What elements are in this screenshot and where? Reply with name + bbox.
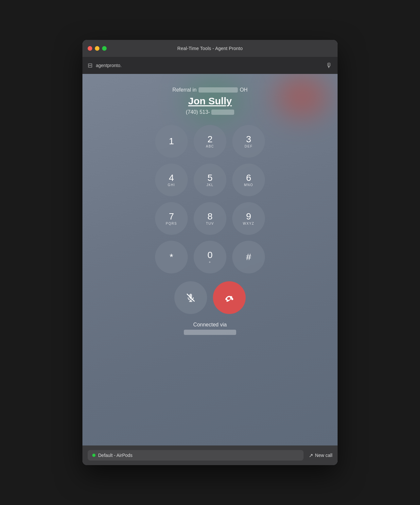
connected-via-section: Connected via <box>184 322 236 335</box>
dialpad-key-6-sub: MNO <box>244 183 253 187</box>
dialpad-key-3-sub: DEF <box>245 145 253 148</box>
dialpad-key-0-num: 0 <box>207 251 213 260</box>
dialpad-key-9-sub: WXYZ <box>243 222 254 225</box>
new-call-label: New call <box>315 453 332 458</box>
dialpad-key-0-sub: + <box>209 260 211 264</box>
audio-device-selector[interactable]: Default - AirPods <box>88 450 304 461</box>
dialpad-key-6[interactable]: 6MNO <box>232 164 265 196</box>
dialpad-key-3[interactable]: 3DEF <box>232 125 265 158</box>
dialpad-key-9-num: 9 <box>246 212 251 221</box>
address-bar: ⊟ agentpronto. 🎙 <box>82 57 338 74</box>
new-call-button[interactable]: ↗ New call <box>309 452 332 459</box>
main-content: Referral in OH Jon Sully (740) 513- 12AB… <box>82 74 338 445</box>
close-button[interactable] <box>88 46 92 51</box>
dialpad-key-6-num: 6 <box>246 173 251 183</box>
dialpad-key-2[interactable]: 2ABC <box>194 125 226 158</box>
audio-device-name: Default - AirPods <box>98 453 132 458</box>
dialpad-key-1[interactable]: 1 <box>155 125 188 158</box>
phone-prefix: (740) 513- <box>186 109 210 115</box>
dialpad-key-#-num: # <box>246 252 251 262</box>
audio-status-indicator <box>92 454 96 457</box>
dialpad: 12ABC3DEF4GHI5JKL6MNO7PQRS8TUV9WXYZ*0+# <box>155 125 265 273</box>
referral-line: Referral in OH <box>172 87 248 93</box>
dialpad-key-1-num: 1 <box>169 137 174 146</box>
dialpad-key-7[interactable]: 7PQRS <box>155 202 188 235</box>
mute-button[interactable] <box>174 281 207 314</box>
connected-via-value-redacted <box>184 330 236 335</box>
dialpad-key-#[interactable]: # <box>232 241 265 273</box>
dialpad-key-2-sub: ABC <box>206 145 214 148</box>
dialpad-key-5[interactable]: 5JKL <box>194 164 226 196</box>
dialpad-key-8[interactable]: 8TUV <box>194 202 226 235</box>
url-display[interactable]: agentpronto. <box>96 63 323 68</box>
connected-via-label: Connected via <box>184 322 236 328</box>
action-row <box>174 281 246 314</box>
dialpad-key-0[interactable]: 0+ <box>194 241 226 273</box>
contact-info: Referral in OH Jon Sully (740) 513- <box>172 87 248 115</box>
dialpad-key-*[interactable]: * <box>155 241 188 273</box>
contact-phone: (740) 513- <box>172 109 248 115</box>
microphone-icon[interactable]: 🎙 <box>326 62 332 69</box>
dialpad-key-*-num: * <box>170 252 173 262</box>
dialpad-key-8-num: 8 <box>207 212 213 221</box>
window-title: Real-Time Tools - Agent Pronto <box>177 46 243 51</box>
address-bar-icon: ⊟ <box>88 62 93 69</box>
referral-prefix: Referral in <box>172 87 197 93</box>
title-bar: Real-Time Tools - Agent Pronto <box>82 40 338 57</box>
contact-name[interactable]: Jon Sully <box>172 96 248 107</box>
dialpad-key-4-sub: GHI <box>168 183 175 187</box>
dialpad-key-9[interactable]: 9WXYZ <box>232 202 265 235</box>
dialpad-key-5-sub: JKL <box>206 183 214 187</box>
new-call-icon: ↗ <box>309 452 313 459</box>
referral-city-redacted <box>199 87 238 93</box>
app-window: Real-Time Tools - Agent Pronto ⊟ agentpr… <box>82 40 338 465</box>
dialpad-key-4[interactable]: 4GHI <box>155 164 188 196</box>
referral-state: OH <box>240 87 248 93</box>
background-blob-red <box>275 76 328 118</box>
maximize-button[interactable] <box>102 46 107 51</box>
dialpad-key-5-num: 5 <box>207 173 213 183</box>
dialpad-key-7-num: 7 <box>169 212 174 221</box>
traffic-lights <box>88 46 107 51</box>
dialpad-key-2-num: 2 <box>207 135 213 144</box>
minimize-button[interactable] <box>95 46 99 51</box>
dialpad-key-8-sub: TUV <box>206 222 214 225</box>
phone-number-redacted <box>211 110 234 115</box>
dialpad-key-7-sub: PQRS <box>166 222 177 225</box>
hangup-button[interactable] <box>213 281 246 314</box>
svg-point-4 <box>231 298 233 300</box>
dialpad-key-4-num: 4 <box>169 173 174 183</box>
bottom-bar: Default - AirPods ↗ New call <box>82 445 338 465</box>
dialpad-key-3-num: 3 <box>246 135 251 144</box>
svg-point-3 <box>225 298 227 300</box>
